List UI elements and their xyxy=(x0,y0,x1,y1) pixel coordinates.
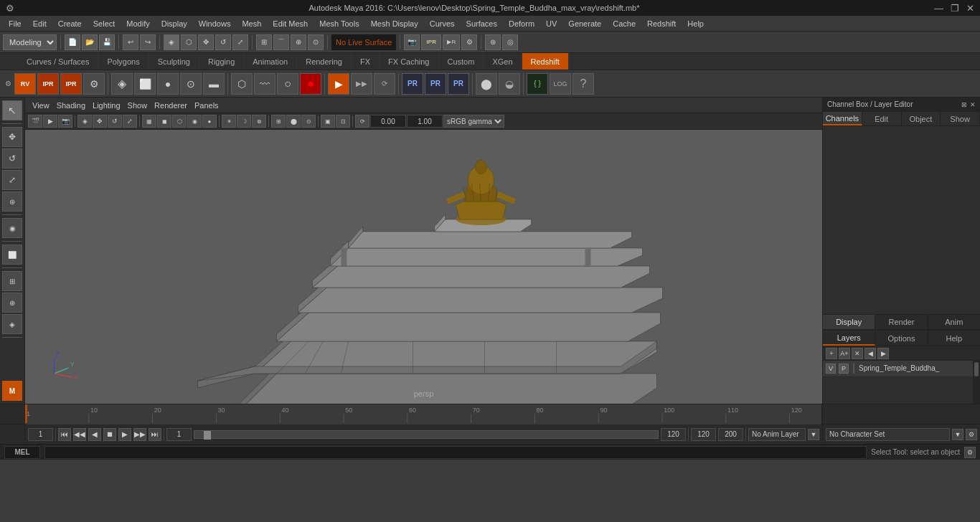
char-set-options-btn[interactable]: ▼ xyxy=(952,429,963,440)
maximize-button[interactable]: ❐ xyxy=(951,3,959,14)
vp-menu-renderer[interactable]: Renderer xyxy=(151,100,190,111)
shelf-settings-icon[interactable]: ⚙ xyxy=(3,80,13,87)
menu-curves[interactable]: Curves xyxy=(424,16,461,32)
new-file-btn[interactable]: 📄 xyxy=(65,34,80,50)
tab-render[interactable]: Render xyxy=(875,315,928,329)
save-file-btn[interactable]: 💾 xyxy=(99,34,115,50)
shelf-icon-dot[interactable]: ● xyxy=(300,73,321,95)
menu-create[interactable]: Create xyxy=(52,16,88,32)
tab-polygons[interactable]: Polygons xyxy=(98,53,149,70)
layer-add-btn[interactable]: + xyxy=(826,348,837,359)
pb-btn-stop[interactable]: ⏹ xyxy=(103,428,116,441)
mode-dropdown[interactable]: Modeling xyxy=(3,34,57,50)
menu-uv[interactable]: UV xyxy=(540,16,562,32)
vp-btn-cam1[interactable]: ⬤ xyxy=(286,115,301,128)
tab-fx[interactable]: FX xyxy=(352,53,380,70)
vp-btn-light2[interactable]: ☽ xyxy=(237,115,251,128)
vp-btn-render[interactable]: ▶ xyxy=(43,115,57,128)
vp-btn-refresh[interactable]: ⟳ xyxy=(355,115,369,128)
tab-anim[interactable]: Anim xyxy=(928,315,980,329)
tab-rigging[interactable]: Rigging xyxy=(199,53,244,70)
vp-btn-select[interactable]: ◈ xyxy=(77,115,92,128)
vp-btn-res1[interactable]: ▣ xyxy=(321,115,335,128)
tab-show[interactable]: Show xyxy=(941,112,980,125)
render-settings-btn[interactable]: ⚙ xyxy=(461,34,477,50)
vp-btn-rotate[interactable]: ↺ xyxy=(108,115,122,128)
shelf-icon-mat1[interactable]: ⬤ xyxy=(476,73,497,95)
panel-close-btn[interactable]: ✕ xyxy=(970,101,976,108)
shelf-icon-render3[interactable]: ⟳ xyxy=(374,73,395,95)
mel-label[interactable]: MEL xyxy=(4,446,40,459)
layer-add-anim-btn[interactable]: A+ xyxy=(839,348,850,359)
soft-select-btn[interactable]: ◉ xyxy=(2,218,22,238)
shelf-icon-render1[interactable]: ▶ xyxy=(328,73,349,95)
menu-select[interactable]: Select xyxy=(88,16,121,32)
camera-btn[interactable]: 📷 xyxy=(404,34,420,50)
shelf-icon-ipr[interactable]: IPR xyxy=(37,73,59,95)
layer-prev-btn[interactable]: ◀ xyxy=(864,348,876,359)
timeline-ruler[interactable]: 1 10 20 30 40 50 60 70 80 90 1 xyxy=(25,404,822,424)
tab-edit[interactable]: Edit xyxy=(862,112,902,125)
tab-redshift[interactable]: Redshift xyxy=(522,53,569,70)
status-settings-btn[interactable]: ⚙ xyxy=(964,447,976,458)
tab-custom[interactable]: Custom xyxy=(439,53,484,70)
shelf-icon-pr3[interactable]: PR xyxy=(448,73,469,95)
open-file-btn[interactable]: 📂 xyxy=(82,34,98,50)
vp-menu-panels[interactable]: Panels xyxy=(192,100,222,111)
menu-surfaces[interactable]: Surfaces xyxy=(461,16,503,32)
vp-menu-show[interactable]: Show xyxy=(125,100,151,111)
shelf-icon-rv[interactable]: RV xyxy=(14,73,36,95)
layer-tab-layers[interactable]: Layers xyxy=(823,331,875,346)
vp-input-value2[interactable] xyxy=(407,115,443,128)
vp-btn-iso[interactable]: ⊞ xyxy=(271,115,286,128)
anim-layer-options-btn[interactable]: ▼ xyxy=(808,429,819,440)
tab-object[interactable]: Object xyxy=(902,112,941,125)
pb-btn-play[interactable]: ▶ xyxy=(118,428,131,441)
layer-scrollbar[interactable] xyxy=(973,361,980,404)
vp-menu-lighting[interactable]: Lighting xyxy=(90,100,123,111)
vp-btn-shadow[interactable]: ⊗ xyxy=(252,115,266,128)
command-input[interactable] xyxy=(44,446,867,459)
snap-grid-btn[interactable]: ⊞ xyxy=(256,34,272,50)
snap-to-points-btn[interactable]: ⊕ xyxy=(2,293,22,313)
tab-channels[interactable]: Channels xyxy=(823,112,862,125)
vp-btn-wireframe[interactable]: ▦ xyxy=(142,115,156,128)
layer-visibility-p[interactable]: P xyxy=(839,364,849,374)
shelf-icon-log[interactable]: LOG xyxy=(550,73,571,95)
shelf-icon-poly1[interactable]: ◈ xyxy=(111,73,133,95)
shelf-icon-sphere[interactable]: ● xyxy=(157,73,179,95)
pb-btn-stepback[interactable]: ◀◀ xyxy=(73,428,86,441)
move-tool-btn[interactable]: ✥ xyxy=(2,127,22,147)
menu-mesh-tools[interactable]: Mesh Tools xyxy=(314,16,364,32)
shelf-icon-wave[interactable]: 〰 xyxy=(254,73,275,95)
menu-edit[interactable]: Edit xyxy=(27,16,52,32)
pb-btn-stepfwd[interactable]: ▶▶ xyxy=(133,428,146,441)
menu-display[interactable]: Display xyxy=(156,16,193,32)
char-set-extra-btn[interactable]: ⚙ xyxy=(966,429,977,440)
menu-cache[interactable]: Cache xyxy=(607,16,641,32)
range-slider[interactable] xyxy=(194,430,659,439)
pb-btn-start[interactable]: ⏮ xyxy=(58,428,71,441)
vp-btn-light1[interactable]: ☀ xyxy=(222,115,236,128)
select-tool-btn[interactable]: ↖ xyxy=(2,100,22,120)
range-start[interactable] xyxy=(166,428,192,441)
scale-btn[interactable]: ⤢ xyxy=(232,34,248,50)
range-slider-handle[interactable] xyxy=(204,431,211,440)
extra-btn2[interactable]: ◎ xyxy=(502,34,518,50)
shelf-icon-poly2[interactable]: ⬜ xyxy=(134,73,156,95)
menu-deform[interactable]: Deform xyxy=(503,16,540,32)
scale-tool-btn[interactable]: ⤢ xyxy=(2,170,22,190)
shelf-icon-pr1[interactable]: PR xyxy=(402,73,423,95)
layer-delete-btn[interactable]: ✕ xyxy=(852,348,863,359)
universal-manip-btn[interactable]: ⊛ xyxy=(2,191,22,212)
menu-mesh[interactable]: Mesh xyxy=(236,16,267,32)
menu-mesh-display[interactable]: Mesh Display xyxy=(365,16,424,32)
shelf-icon-script1[interactable]: { } xyxy=(527,73,548,95)
rotate-btn[interactable]: ↺ xyxy=(215,34,231,50)
rotate-tool-btn[interactable]: ↺ xyxy=(2,148,22,169)
layer-tab-options[interactable]: Options xyxy=(875,331,928,346)
shelf-icon-mat2[interactable]: ◒ xyxy=(499,73,520,95)
shelf-icon-pr2[interactable]: PR xyxy=(425,73,446,95)
extra-btn1[interactable]: ⊛ xyxy=(485,34,501,50)
shelf-icon-ipr2[interactable]: IPR xyxy=(60,73,82,95)
